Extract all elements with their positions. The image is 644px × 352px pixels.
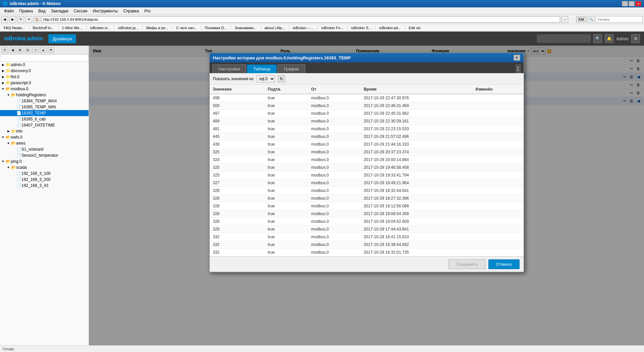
toggle-scada[interactable]: ▼ xyxy=(6,166,11,169)
sidebar-item-sensor2[interactable]: 📄 Sensor2_temperatur xyxy=(0,152,89,158)
menu-view[interactable]: Вид xyxy=(36,8,48,14)
sidebar-item-info[interactable]: ▶ 📁 info xyxy=(0,128,89,134)
sb-btn-1[interactable]: ↺ xyxy=(1,47,8,53)
search-icon[interactable]: 🔍 xyxy=(588,16,594,23)
sidebar-item-ping0[interactable]: ▼ 📂 ping.0 xyxy=(0,158,89,164)
menu-bookmarks[interactable]: Закладки xyxy=(48,8,71,14)
cell-from: modbus.0 xyxy=(308,179,361,187)
tab-table[interactable]: Таблица xyxy=(247,64,277,73)
cell-time: 2017-10-29 16:32:01.735 xyxy=(360,249,472,256)
notifications-button[interactable]: 🔔 xyxy=(605,34,613,43)
toggle-info[interactable]: ▶ xyxy=(6,130,11,133)
cell-value: 332 xyxy=(210,233,265,241)
title-bar-controls[interactable]: _ □ × xyxy=(622,1,641,6)
bookmark-start[interactable]: С чего нач... xyxy=(174,25,200,31)
tab-chart[interactable]: График xyxy=(277,64,305,73)
sidebar-item-192-200[interactable]: 📄 192_168_3_200 xyxy=(0,177,89,183)
modal-close-button[interactable]: × xyxy=(514,55,520,61)
settings-button[interactable]: ⚙ xyxy=(631,34,640,43)
toggle-javascript0[interactable]: ▶ xyxy=(1,81,5,85)
sidebar-item-discovery0[interactable]: ▶ 📁 discovery.0 xyxy=(0,68,89,74)
sb-btn-2[interactable]: ◀ xyxy=(9,47,16,53)
bookmark-iobroker-forum[interactable]: ioBroker Fo... xyxy=(319,25,346,31)
sidebar-item-owfs0[interactable]: ▼ 📂 owfs.0 xyxy=(0,134,89,140)
sidebar-item-wires[interactable]: ▼ 📂 wires xyxy=(0,140,89,146)
tab-settings[interactable]: Настройки xyxy=(212,64,247,73)
table-row: 332 true modbus.0 2017-10-29 16:32:01.73… xyxy=(210,249,524,256)
toggle-ping0[interactable]: ▼ xyxy=(1,160,5,163)
sidebar-item-192-43[interactable]: 📄 192_168_3_43 xyxy=(0,183,89,189)
toggle-holding[interactable]: ▼ xyxy=(6,93,11,97)
bookmark-faq[interactable]: FAQ Neato... xyxy=(1,25,28,31)
sidebar-item-16395[interactable]: 📄 16395_lt_cab xyxy=(0,116,89,122)
menu-pro[interactable]: Pro xyxy=(142,8,153,14)
sidebar-item-javascript0[interactable]: ▶ 📁 javascript.0 xyxy=(0,80,89,86)
filter-source-select[interactable]: sql.0 xyxy=(256,75,275,83)
sidebar-item-admin0[interactable]: ▶ 📁 admin.0 xyxy=(0,62,89,68)
bookmark-acquaintance[interactable]: Знакомимс... xyxy=(232,25,259,31)
bookmark-about[interactable]: about | Alp... xyxy=(262,25,287,31)
close-button[interactable]: × xyxy=(635,1,641,6)
home-button[interactable]: 🏠 xyxy=(34,16,40,23)
sb-btn-5[interactable]: + xyxy=(32,47,39,53)
toggle-owfs0[interactable]: ▼ xyxy=(1,136,5,139)
sidebar-item-scada[interactable]: ▼ 📂 scada xyxy=(0,164,89,170)
sidebar-item-16393[interactable]: 📄 16393_TEMP xyxy=(0,110,89,116)
sidebar-item-flot0[interactable]: ▶ 📁 flot.0 xyxy=(0,74,89,80)
sidebar-item-192-100[interactable]: 📄 192_168_3_100 xyxy=(0,170,89,177)
sidebar-item-16385[interactable]: 📄 16385_TEMP_MIN xyxy=(0,104,89,110)
label-sensor2: Sensor2_temperatur xyxy=(21,153,58,158)
sidebar-item-s1onboard[interactable]: 📄 S1_onboard xyxy=(0,146,89,152)
bookmark-beckhoff[interactable]: Beckhoff In... xyxy=(31,25,57,31)
menu-tools[interactable]: Инструменты xyxy=(90,8,120,14)
stop-button[interactable]: ✕ xyxy=(25,16,32,23)
toggle-wires[interactable]: ▼ xyxy=(6,142,11,145)
cancel-button[interactable]: Отмена xyxy=(488,259,520,269)
sidebar-search-input[interactable] xyxy=(0,54,89,62)
menu-edit[interactable]: Правка xyxy=(17,8,36,14)
cell-confirmed: true xyxy=(264,156,308,164)
sb-btn-4[interactable]: ⊟ xyxy=(24,47,31,53)
save-button[interactable]: Сохранить xyxy=(448,259,486,269)
sb-btn-7[interactable]: ▼ xyxy=(48,47,54,53)
menu-help[interactable]: Справка xyxy=(120,8,142,14)
sidebar-item-16384[interactable]: 📄 16384_TEMP_MAX xyxy=(0,98,89,104)
app-search-input[interactable] xyxy=(537,35,591,43)
cell-from: modbus.0 xyxy=(308,233,361,241)
bookmark-1wire[interactable]: 1-Wire We... xyxy=(60,25,85,31)
sidebar-item-modbus0[interactable]: ▼ 📂 modbus.0 xyxy=(0,86,89,92)
cell-value: 445 xyxy=(210,133,265,141)
bookmark-iobroker-main[interactable]: ioBroker – ... xyxy=(290,25,316,31)
address-bar[interactable] xyxy=(42,16,560,23)
maximize-button[interactable]: □ xyxy=(629,1,635,6)
toggle-admin0[interactable]: ▶ xyxy=(1,63,5,66)
bookmark-iobroker-s[interactable]: ioBroker S... xyxy=(349,25,374,31)
filter-refresh-button[interactable]: ↻ xyxy=(278,75,285,83)
cell-from: modbus.0 xyxy=(308,156,361,164)
reload-button[interactable]: ↻ xyxy=(17,16,24,23)
sidebar-item-holding[interactable]: ▼ 📂 holdingRegisters xyxy=(0,92,89,98)
bookmark-iobroker-ad[interactable]: ioBroker.ad... xyxy=(377,25,404,31)
go-button[interactable]: → xyxy=(561,16,568,23)
bookmark-iobroker-vi[interactable]: ioBroker.vi... xyxy=(88,25,113,31)
menu-sessions[interactable]: Сессии xyxy=(71,8,90,14)
menu-file[interactable]: Файл xyxy=(1,8,17,14)
bookmark-understanding[interactable]: Понимая D... xyxy=(203,25,229,31)
nav-drivers[interactable]: Драйвера xyxy=(48,34,76,43)
bookmark-myths[interactable]: Мифы и ре... xyxy=(144,25,171,31)
bookmark-editvis[interactable]: Edit vis xyxy=(406,25,423,31)
sb-btn-6[interactable]: ▲ xyxy=(40,47,47,53)
forward-button[interactable]: ▶ xyxy=(9,16,16,23)
toggle-discovery0[interactable]: ▶ xyxy=(1,69,5,72)
toggle-flot0[interactable]: ▶ xyxy=(1,75,5,79)
browser-search-input[interactable] xyxy=(596,16,643,23)
minimize-button[interactable]: _ xyxy=(622,1,628,6)
modal-footer: Сохранить Отмена xyxy=(210,256,524,272)
sb-btn-3[interactable]: ⊞ xyxy=(17,47,23,53)
toggle-modbus0[interactable]: ▼ xyxy=(1,87,5,91)
back-button[interactable]: ◀ xyxy=(1,16,8,23)
tab-scroll[interactable]: ▲ ▼ xyxy=(516,64,521,73)
bookmark-iobroker-ja[interactable]: ioBroker.ja... xyxy=(116,25,141,31)
sidebar-item-16407[interactable]: 📄 16407_DATETIME xyxy=(0,122,89,128)
search-button[interactable]: 🔍 xyxy=(593,34,602,43)
